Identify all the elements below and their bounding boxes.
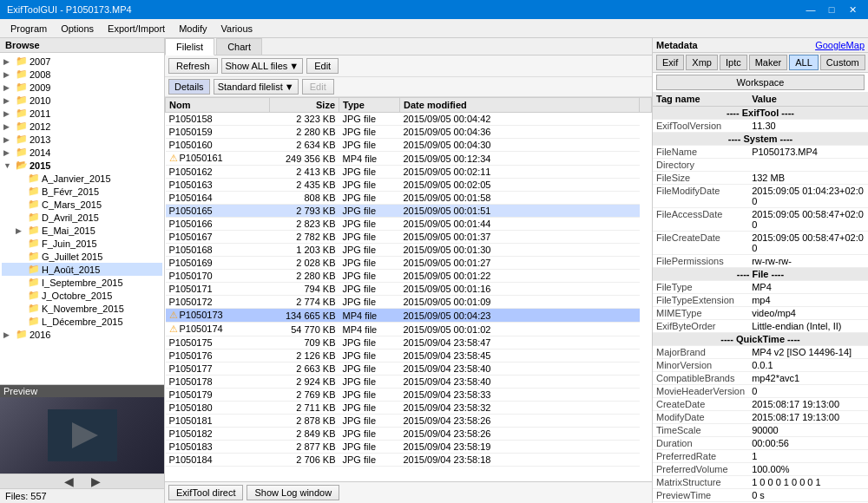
refresh-button[interactable]: Refresh <box>168 58 218 74</box>
tree-item[interactable]: 📁K_Novembre_2015 <box>2 302 162 315</box>
table-row[interactable]: P10501722 774 KBJPG file2015/09/05 00:01… <box>166 296 652 309</box>
next-arrow[interactable]: ▶ <box>91 474 101 488</box>
tree-item[interactable]: ▶📁2008 <box>2 68 162 81</box>
tree-item[interactable]: 📁B_Févr_2015 <box>2 185 162 198</box>
col-header-date[interactable]: Date modified <box>400 98 640 113</box>
meta-tag-value: rw-rw-rw- <box>748 255 868 268</box>
meta-row: MajorBrandMP4 v2 [ISO 14496-14] <box>653 346 868 359</box>
tab-exif[interactable]: Exif <box>656 55 684 70</box>
col-header-type[interactable]: Type <box>339 98 400 113</box>
table-row[interactable]: P1050175709 KBJPG file2015/09/04 23:58:4… <box>166 336 652 349</box>
menu-modify[interactable]: Modify <box>172 19 214 38</box>
maximize-button[interactable]: □ <box>823 2 840 17</box>
close-button[interactable]: ✕ <box>844 2 861 17</box>
table-row[interactable]: P10501762 126 KBJPG file2015/09/04 23:58… <box>166 349 652 363</box>
menu-export-import[interactable]: Export/Import <box>101 19 172 38</box>
table-row[interactable]: P10501802 711 KBJPG file2015/09/04 23:58… <box>166 402 652 415</box>
tab-custom[interactable]: Custom <box>820 55 865 70</box>
tree-container[interactable]: ▶📁2007▶📁2008▶📁2009▶📁2010▶📁2011▶📁2012▶📁20… <box>0 53 164 384</box>
table-row[interactable]: P10501812 878 KBJPG file2015/09/04 23:58… <box>166 415 652 428</box>
show-all-files-dropdown[interactable]: Show ALL files ▼ <box>221 58 304 74</box>
workspace-button[interactable]: Workspace <box>656 75 865 90</box>
table-row[interactable]: P10501702 280 KBJPG file2015/09/05 00:01… <box>166 270 652 283</box>
tree-item[interactable]: 📁H_Août_2015 <box>2 263 162 276</box>
cell-size: 709 KB <box>270 336 339 349</box>
standard-filelist-dropdown[interactable]: Standard filelist ▼ <box>214 79 299 95</box>
tree-item-label: 2015 <box>30 160 50 171</box>
googlemap-tab[interactable]: GoogleMap <box>815 40 865 50</box>
col-header-nom[interactable]: Nom <box>166 98 270 113</box>
tree-item[interactable]: 📁I_Septembre_2015 <box>2 276 162 289</box>
table-row[interactable]: ⚠P105017454 770 KBMP4 file2015/09/05 00:… <box>166 323 652 336</box>
table-row[interactable]: P10501672 782 KBJPG file2015/09/05 00:01… <box>166 231 652 244</box>
table-row[interactable]: P10501662 823 KBJPG file2015/09/05 00:01… <box>166 218 652 231</box>
table-row[interactable]: P10501632 435 KBJPG file2015/09/05 00:02… <box>166 179 652 192</box>
table-row[interactable]: P10501602 634 KBJPG file2015/09/05 00:04… <box>166 139 652 152</box>
exiftool-direct-button[interactable]: ExifTool direct <box>168 485 243 500</box>
tab-xmp[interactable]: Xmp <box>686 55 718 70</box>
tree-item[interactable]: ▶📁2007 <box>2 55 162 68</box>
titlebar: ExifToolGUI - P1050173.MP4 — □ ✕ <box>0 0 868 19</box>
tree-item[interactable]: 📁C_Mars_2015 <box>2 198 162 211</box>
tree-item[interactable]: ▶📁2011 <box>2 107 162 120</box>
table-row[interactable]: P10501782 924 KBJPG file2015/09/04 23:58… <box>166 376 652 389</box>
edit-button-top[interactable]: Edit <box>306 58 339 74</box>
tree-item[interactable]: ▶📁2009 <box>2 81 162 94</box>
table-row[interactable]: P10501832 877 KBJPG file2015/09/04 23:58… <box>166 441 652 454</box>
tree-item[interactable]: ▶📁2016 <box>2 328 162 341</box>
tree-item[interactable]: 📁A_Janvier_2015 <box>2 172 162 185</box>
cell-type: JPG file <box>339 179 400 192</box>
tree-item[interactable]: 📁J_Octobre_2015 <box>2 289 162 302</box>
tab-all[interactable]: ALL <box>789 55 819 70</box>
cell-type: JPG file <box>339 376 400 389</box>
table-row[interactable]: ⚠P1050161249 356 KBMP4 file2015/09/05 00… <box>166 152 652 166</box>
cell-type: JPG file <box>339 192 400 205</box>
table-row[interactable]: P10501681 203 KBJPG file2015/09/05 00:01… <box>166 244 652 257</box>
table-row[interactable]: P10501652 793 KBJPG file2015/09/05 00:01… <box>166 205 652 218</box>
prev-arrow[interactable]: ◀ <box>64 474 74 488</box>
tree-item[interactable]: ▶📁2014 <box>2 146 162 159</box>
tree-item[interactable]: ▶📁2013 <box>2 133 162 146</box>
table-row[interactable]: P10501772 663 KBJPG file2015/09/04 23:58… <box>166 363 652 376</box>
details-button[interactable]: Details <box>168 79 210 95</box>
tree-item[interactable]: 📁D_Avril_2015 <box>2 211 162 224</box>
tree-item[interactable]: ▶📁E_Mai_2015 <box>2 224 162 237</box>
tree-arrow-icon: ▶ <box>3 83 16 92</box>
tree-item[interactable]: 📁L_Décembre_2015 <box>2 315 162 328</box>
menu-various[interactable]: Various <box>214 19 260 38</box>
table-row[interactable]: P10501622 413 KBJPG file2015/09/05 00:02… <box>166 166 652 179</box>
meta-table[interactable]: Tag name Value ---- ExifTool ----ExifToo… <box>653 92 868 503</box>
folder-icon: 📁 <box>16 329 28 340</box>
tree-item[interactable]: 📁F_Juin_2015 <box>2 237 162 250</box>
cell-date: 2015/09/04 23:58:33 <box>400 389 640 402</box>
tab-chart[interactable]: Chart <box>216 38 262 55</box>
col-header-size[interactable]: Size <box>270 98 339 113</box>
table-row[interactable]: P1050171794 KBJPG file2015/09/05 00:01:1… <box>166 283 652 296</box>
tab-filelist[interactable]: Filelist <box>165 38 214 56</box>
table-row[interactable]: P10501592 280 KBJPG file2015/09/05 00:04… <box>166 126 652 139</box>
section-header: ---- QuickTime ---- <box>653 333 868 346</box>
tab-maker[interactable]: Maker <box>749 55 788 70</box>
table-row[interactable]: P10501582 323 KBJPG file2015/09/05 00:04… <box>166 113 652 126</box>
show-log-button[interactable]: Show Log window <box>247 485 339 500</box>
table-row[interactable]: P1050164808 KBJPG file2015/09/05 00:01:5… <box>166 192 652 205</box>
table-row[interactable]: P10501792 769 KBJPG file2015/09/04 23:58… <box>166 389 652 402</box>
table-row[interactable]: ⚠P1050173134 665 KBMP4 file2015/09/05 00… <box>166 309 652 323</box>
table-row[interactable]: P10501822 849 KBJPG file2015/09/04 23:58… <box>166 428 652 441</box>
menu-options[interactable]: Options <box>54 19 101 38</box>
menu-program[interactable]: Program <box>3 19 54 38</box>
table-row[interactable]: P10501842 706 KBJPG file2015/09/04 23:58… <box>166 454 652 467</box>
file-table[interactable]: Nom Size Type Date modified P10501582 32… <box>165 97 652 481</box>
tree-item[interactable]: ▶📁2012 <box>2 120 162 133</box>
meta-tag-value: 132 MB <box>748 172 868 185</box>
tree-item[interactable]: ▼📂2015 <box>2 159 162 172</box>
tree-item[interactable]: 📁G_Juillet 2015 <box>2 250 162 263</box>
left-panel: Browse ▶📁2007▶📁2008▶📁2009▶📁2010▶📁2011▶📁2… <box>0 38 165 503</box>
tab-iptc[interactable]: Iptc <box>720 55 747 70</box>
minimize-button[interactable]: — <box>802 2 819 17</box>
cell-filename: P1050172 <box>166 296 270 309</box>
tree-item[interactable]: ▶📁2010 <box>2 94 162 107</box>
edit-button-bottom[interactable]: Edit <box>302 79 334 95</box>
meta-tabs: Exif Xmp Iptc Maker ALL Custom <box>653 53 868 73</box>
table-row[interactable]: P10501692 028 KBJPG file2015/09/05 00:01… <box>166 257 652 270</box>
